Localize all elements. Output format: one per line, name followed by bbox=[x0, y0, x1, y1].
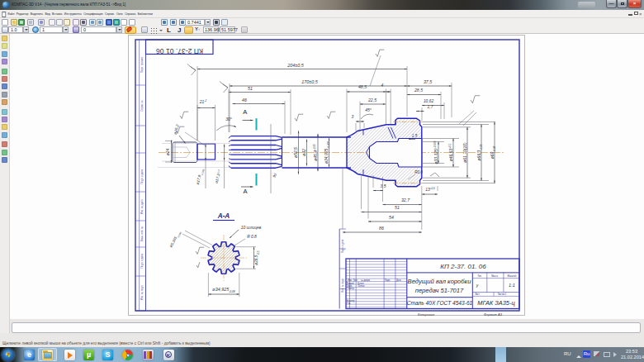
svg-text:51: 51 bbox=[248, 86, 253, 91]
svg-text:Изм: Изм bbox=[348, 279, 352, 282]
svg-text:Инв. № подл.: Инв. № подл. bbox=[341, 278, 344, 293]
svg-text:Сталь 40Х ГОСТ 4543-61: Сталь 40Х ГОСТ 4543-61 bbox=[407, 300, 473, 306]
svg-text:Титов: Титов bbox=[358, 284, 365, 288]
svg-text:1,7: 1,7 bbox=[428, 105, 433, 109]
svg-text:48,5: 48,5 bbox=[358, 84, 367, 89]
svg-text:ø24: ø24 bbox=[165, 148, 170, 155]
svg-text:Подп. и дата: Подп. и дата bbox=[140, 254, 144, 269]
svg-text:Копировал: Копировал bbox=[418, 312, 435, 317]
svg-text:45°: 45° bbox=[365, 107, 372, 112]
svg-text:у: у bbox=[476, 283, 479, 288]
svg-text:30°: 30° bbox=[225, 117, 232, 121]
svg-text:Взам. инв. №: Взам. инв. № bbox=[140, 226, 144, 241]
svg-text:R 0.8: R 0.8 bbox=[247, 235, 257, 239]
svg-text:4: 4 bbox=[381, 83, 384, 88]
svg-text:Лит.: Лит. bbox=[478, 274, 482, 278]
svg-text:10 шлицев: 10 шлицев bbox=[241, 226, 262, 230]
svg-text:Т.контр.: Т.контр. bbox=[347, 287, 355, 290]
svg-text:Подп. и дата: Подп. и дата bbox=[341, 239, 344, 253]
svg-text:22,5: 22,5 bbox=[367, 98, 376, 102]
svg-text:Подп. и дата: Подп. и дата bbox=[140, 169, 144, 184]
svg-text:3,5: 3,5 bbox=[381, 184, 386, 188]
svg-text:Ведущий вал коробки: Ведущий вал коробки bbox=[408, 278, 472, 285]
svg-text:3: 3 bbox=[352, 114, 354, 119]
svg-text:1,5: 1,5 bbox=[412, 134, 418, 138]
svg-text:1:1: 1:1 bbox=[509, 283, 515, 288]
svg-text:204±0,5: 204±0,5 bbox=[286, 63, 304, 68]
svg-text:86: 86 bbox=[379, 226, 384, 231]
svg-text:28,5: 28,5 bbox=[414, 88, 423, 93]
svg-text:170±0,5: 170±0,5 bbox=[301, 79, 318, 84]
svg-text:ø61,79(10): ø61,79(10) bbox=[462, 142, 467, 163]
svg-text:Инв. № подл.: Инв. № подл. bbox=[140, 284, 144, 300]
svg-text:Формат А3: Формат А3 bbox=[484, 312, 503, 317]
svg-text:Перв. примен.: Перв. примен. bbox=[140, 56, 144, 73]
svg-text:Инв. № дубл.: Инв. № дубл. bbox=[140, 199, 144, 215]
svg-text:51: 51 bbox=[395, 205, 400, 210]
svg-text:ø32: ø32 bbox=[301, 149, 306, 156]
svg-text:R0,8: R0,8 bbox=[414, 170, 423, 174]
svg-text:Масса: Масса bbox=[491, 274, 498, 278]
svg-text:54: 54 bbox=[389, 215, 394, 220]
svg-text:Дата: Дата bbox=[396, 279, 401, 282]
svg-text:37,5: 37,5 bbox=[424, 79, 432, 84]
svg-text:Справ. №: Справ. № bbox=[140, 99, 144, 111]
svg-text:КП 2-37. 01 06: КП 2-37. 01 06 bbox=[156, 47, 203, 55]
svg-text:Листов 1: Листов 1 bbox=[498, 293, 507, 296]
svg-text:10,62: 10,62 bbox=[424, 99, 434, 103]
svg-text:Утв.: Утв. bbox=[347, 302, 351, 305]
svg-text:Масштаб: Масштаб bbox=[507, 274, 517, 278]
svg-text:46: 46 bbox=[242, 98, 247, 102]
svg-text:Лист: Лист bbox=[475, 293, 480, 296]
svg-text:Подп.: Подп. bbox=[385, 279, 391, 282]
svg-text:ø52,5: ø52,5 bbox=[293, 147, 298, 158]
svg-text:А-А: А-А bbox=[217, 212, 230, 220]
svg-text:МГАК ЗА35-ц: МГАК ЗА35-ц bbox=[477, 299, 514, 307]
svg-text:32,7: 32,7 bbox=[401, 198, 410, 202]
svg-text:передач 51-7017: передач 51-7017 bbox=[415, 287, 464, 294]
svg-text:КП 2-37. 01. 06: КП 2-37. 01. 06 bbox=[440, 263, 486, 270]
